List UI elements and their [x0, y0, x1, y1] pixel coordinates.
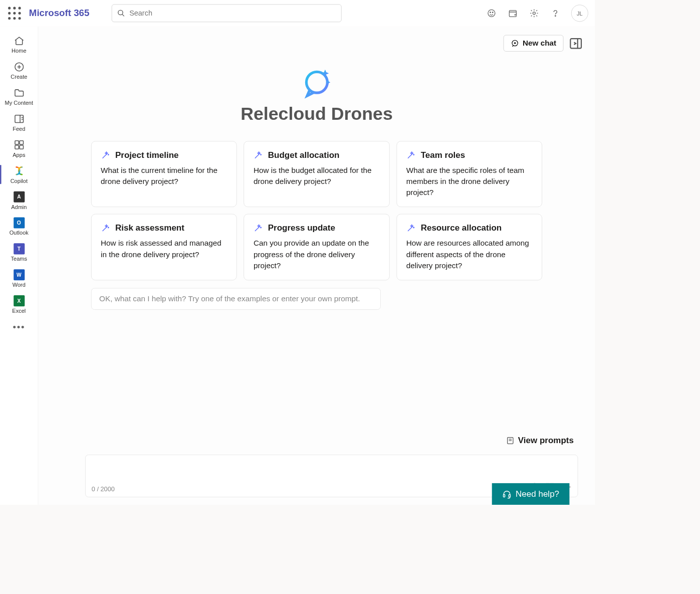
plus-circle-icon: [13, 61, 25, 73]
svg-line-10: [122, 14, 124, 16]
apps-grid-icon: [13, 139, 25, 151]
word-icon: W: [13, 269, 25, 281]
question-icon: [551, 9, 560, 18]
rail-item-my-content[interactable]: My Content: [0, 84, 38, 110]
rail-item-outlook[interactable]: O Outlook: [0, 214, 38, 240]
outlook-icon: O: [13, 217, 25, 229]
svg-point-15: [533, 12, 535, 15]
prompt-card-project-timeline[interactable]: Project timeline What is the current tim…: [91, 141, 237, 207]
view-prompts-label: View prompts: [518, 436, 574, 446]
rail-item-label: Admin: [11, 204, 27, 210]
card-title: Resource allocation: [421, 223, 502, 233]
rail-item-label: Excel: [12, 308, 26, 314]
panel-toggle-icon: [569, 36, 583, 51]
new-chat-button[interactable]: New chat: [504, 35, 564, 52]
svg-point-2: [19, 7, 21, 10]
view-prompts-button[interactable]: View prompts: [506, 436, 574, 446]
wand-icon: [406, 150, 416, 160]
suggestion-bar[interactable]: OK, what can I help with? Try one of the…: [91, 288, 381, 309]
svg-point-1: [13, 7, 16, 10]
wand-icon: [101, 223, 110, 233]
prompt-card-progress-update[interactable]: Progress update Can you provide an updat…: [244, 214, 389, 280]
prompts-icon: [506, 436, 515, 445]
svg-point-12: [490, 12, 491, 13]
folder-icon: [13, 87, 25, 99]
prompt-card-risk-assessment[interactable]: Risk assessment How is risk assessed and…: [91, 214, 237, 280]
main-content: New chat Relecloud Drones Project timeli…: [39, 27, 595, 505]
svg-point-38: [413, 227, 414, 228]
svg-point-37: [261, 227, 262, 228]
svg-point-3: [8, 12, 11, 15]
svg-point-0: [8, 7, 11, 10]
calendar-check-button[interactable]: [505, 5, 521, 21]
svg-point-5: [19, 12, 21, 15]
rail-item-label: Teams: [11, 256, 28, 262]
rail-item-admin[interactable]: A Admin: [0, 187, 38, 214]
rail-more-button[interactable]: •••: [0, 317, 38, 337]
card-body: What is the current timeline for the dro…: [101, 165, 227, 187]
card-title: Budget allocation: [268, 150, 340, 160]
prompt-card-team-roles[interactable]: Team roles What are the specific roles o…: [396, 141, 542, 207]
content-topbar: New chat: [39, 27, 595, 52]
plus-chat-icon: [511, 39, 519, 48]
card-body: What are the specific roles of team memb…: [406, 165, 533, 199]
svg-point-36: [108, 227, 109, 228]
account-avatar[interactable]: JL: [571, 5, 588, 22]
prompt-card-resource-allocation[interactable]: Resource allocation How are resources al…: [396, 214, 542, 280]
svg-rect-48: [509, 494, 510, 497]
rail-item-copilot[interactable]: Copilot: [0, 161, 38, 187]
card-body: Can you provide an update on the progres…: [254, 238, 380, 272]
gear-icon: [530, 9, 539, 18]
copilot-chat-icon: [298, 64, 336, 102]
rail-item-word[interactable]: W Word: [0, 266, 38, 292]
svg-rect-24: [15, 141, 19, 144]
rail-item-apps[interactable]: Apps: [0, 135, 38, 161]
card-title: Progress update: [268, 223, 335, 233]
search-box[interactable]: [112, 5, 342, 23]
rail-item-excel[interactable]: X Excel: [0, 291, 38, 317]
admin-icon: A: [13, 191, 25, 203]
rail-item-label: Apps: [13, 152, 25, 158]
teams-icon: T: [13, 243, 25, 255]
settings-button[interactable]: [526, 5, 542, 21]
rail-item-teams[interactable]: T Teams: [0, 240, 38, 266]
need-help-label: Need help?: [516, 489, 559, 499]
toggle-panel-button[interactable]: [569, 36, 583, 51]
wand-icon: [406, 223, 416, 233]
need-help-button[interactable]: Need help?: [492, 483, 569, 505]
rail-item-label: Copilot: [11, 177, 28, 184]
svg-rect-25: [20, 141, 23, 144]
rail-item-label: Word: [13, 282, 26, 288]
prompt-card-grid: Project timeline What is the current tim…: [91, 141, 542, 280]
help-button[interactable]: [547, 5, 563, 21]
card-title: Project timeline: [115, 150, 179, 160]
svg-rect-20: [15, 115, 24, 123]
card-title: Team roles: [421, 150, 465, 160]
svg-point-34: [261, 154, 262, 155]
app-launcher-button[interactable]: [7, 6, 23, 21]
emoji-button[interactable]: [484, 5, 500, 21]
rail-item-feed[interactable]: Feed: [0, 109, 38, 135]
excel-icon: X: [13, 295, 25, 307]
svg-rect-27: [20, 145, 23, 149]
svg-rect-47: [503, 494, 505, 497]
top-header: Microsoft 365 JL: [0, 0, 595, 27]
rail-item-home[interactable]: Home: [0, 32, 38, 58]
rail-item-label: Home: [12, 48, 26, 54]
wand-icon: [254, 150, 263, 160]
svg-point-11: [488, 10, 495, 17]
rail-item-label: Outlook: [10, 230, 29, 236]
rail-item-label: Feed: [13, 126, 25, 132]
svg-point-9: [118, 10, 123, 15]
hero: Relecloud Drones: [39, 64, 595, 124]
brand-label[interactable]: Microsoft 365: [29, 8, 90, 19]
copilot-icon: [13, 165, 25, 177]
prompt-card-budget-allocation[interactable]: Budget allocation How is the budget allo…: [244, 141, 389, 207]
search-input[interactable]: [129, 9, 336, 18]
wand-icon: [101, 150, 110, 160]
rail-item-create[interactable]: Create: [0, 58, 38, 84]
card-title: Risk assessment: [115, 223, 184, 233]
headset-icon: [502, 489, 512, 499]
svg-point-7: [13, 17, 16, 20]
wand-icon: [254, 223, 263, 233]
